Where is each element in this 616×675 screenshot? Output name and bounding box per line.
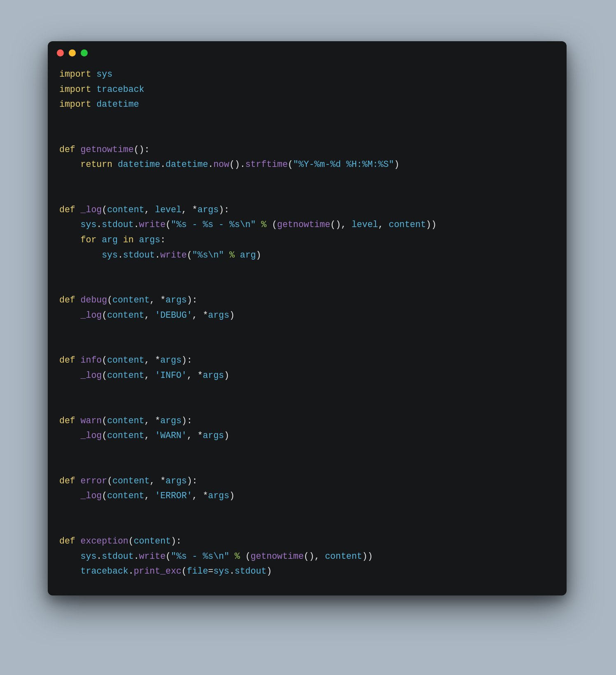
code-token: *: [198, 431, 203, 441]
code-token: (: [102, 491, 107, 501]
code-token: (: [102, 310, 107, 320]
code-token: _log: [81, 205, 102, 215]
code-token: now: [213, 159, 229, 169]
code-token: ,: [144, 431, 155, 441]
code-token: args: [160, 416, 182, 426]
code-token: %: [229, 250, 235, 260]
code-token: ):: [182, 355, 192, 365]
code-token: *: [155, 355, 160, 365]
code-token: ):: [182, 416, 192, 426]
code-token: traceback: [96, 84, 144, 94]
code-token: ,: [182, 205, 192, 215]
code-token: [59, 310, 81, 320]
code-token: [59, 235, 81, 245]
code-token: )): [426, 220, 436, 230]
code-token: stdout: [102, 551, 133, 561]
code-token: ): [266, 566, 272, 576]
code-token: args: [166, 295, 187, 305]
code-token: "%s\n": [192, 250, 224, 260]
code-token: _log: [81, 310, 102, 320]
code-token: "%s - %s\n": [171, 551, 229, 561]
code-token: [59, 491, 81, 501]
code-token: [59, 220, 81, 230]
code-token: [59, 250, 102, 260]
code-token: args: [160, 355, 182, 365]
code-token: content: [107, 355, 144, 365]
code-token: ,: [144, 310, 155, 320]
code-token: (: [266, 220, 277, 230]
code-token: %: [235, 551, 240, 561]
code-token: getnowtime: [277, 220, 330, 230]
code-token: *: [155, 416, 160, 426]
close-icon[interactable]: [57, 49, 64, 56]
code-token: content: [107, 431, 144, 441]
code-token: *: [160, 295, 166, 305]
code-token: sys: [96, 69, 112, 79]
code-token: def: [59, 476, 81, 486]
code-token: ,: [144, 370, 155, 380]
code-token: ): [224, 431, 229, 441]
code-token: info: [81, 355, 102, 365]
code-token: (: [107, 476, 112, 486]
code-token: def: [59, 145, 81, 155]
minimize-icon[interactable]: [69, 49, 76, 56]
code-token: (),: [330, 220, 352, 230]
code-token: [229, 551, 235, 561]
code-token: _log: [81, 491, 102, 501]
code-token: content: [107, 205, 144, 215]
code-token: getnowtime: [81, 145, 134, 155]
code-token: content: [112, 295, 149, 305]
code-token: .: [96, 220, 102, 230]
code-token: def: [59, 295, 81, 305]
code-token: .: [118, 250, 123, 260]
code-token: datetime: [118, 159, 160, 169]
code-token: .: [155, 250, 160, 260]
code-token: ():: [134, 145, 150, 155]
code-token: .: [229, 566, 235, 576]
code-token: (),: [304, 551, 325, 561]
code-token: sys: [81, 551, 97, 561]
code-token: file: [187, 566, 208, 576]
code-token: content: [107, 310, 144, 320]
code-token: *: [203, 310, 208, 320]
code-token: content: [112, 476, 149, 486]
code-token: content: [134, 536, 171, 546]
code-token: args: [139, 235, 161, 245]
code-token: [59, 566, 81, 576]
code-window: import sys import traceback import datet…: [48, 41, 567, 595]
code-token: write: [139, 220, 166, 230]
code-token: ):: [187, 295, 198, 305]
code-token: (: [102, 431, 107, 441]
code-token: level: [155, 205, 182, 215]
code-token: def: [59, 416, 81, 426]
code-token: [224, 250, 229, 260]
code-token: %: [261, 220, 266, 230]
code-token: [235, 250, 240, 260]
code-token: .: [96, 551, 102, 561]
code-token: sys: [81, 220, 97, 230]
code-token: ,: [149, 295, 160, 305]
code-token: ):: [171, 536, 182, 546]
maximize-icon[interactable]: [81, 49, 88, 56]
code-token: import: [59, 99, 96, 109]
code-token: (: [102, 416, 107, 426]
code-token: ): [394, 159, 399, 169]
code-token: content: [107, 416, 144, 426]
code-token: stdout: [102, 220, 133, 230]
code-token: (: [187, 250, 192, 260]
code-token: datetime: [96, 99, 139, 109]
code-token: ):: [187, 476, 198, 486]
code-token: .: [128, 566, 134, 576]
code-token: for: [81, 235, 102, 245]
window-titlebar: [48, 41, 567, 64]
code-token: .: [208, 159, 213, 169]
code-token: import: [59, 84, 96, 94]
code-token: def: [59, 536, 81, 546]
code-token: arg: [102, 235, 118, 245]
code-token: in: [118, 235, 139, 245]
code-token: print_exc: [134, 566, 182, 576]
code-token: sys: [102, 250, 118, 260]
code-token: content: [325, 551, 362, 561]
code-token: def: [59, 355, 81, 365]
code-token: =: [208, 566, 213, 576]
